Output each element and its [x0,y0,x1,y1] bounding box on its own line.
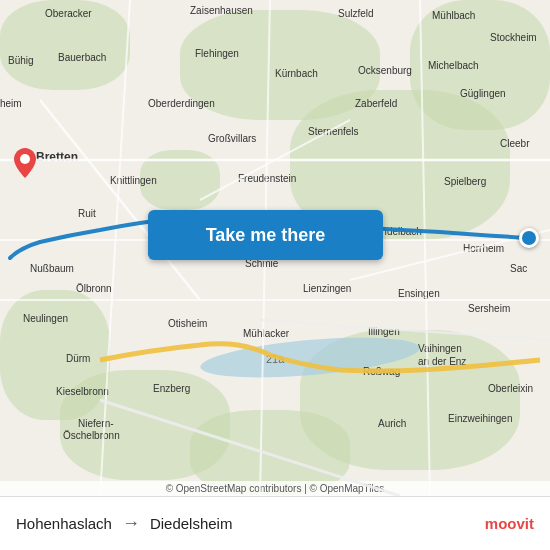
route-from: Hohenhaslach [16,515,112,532]
destination-dot [519,228,539,248]
map-attribution: © OpenStreetMap contributors | © OpenMap… [0,481,550,496]
svg-point-11 [20,154,30,164]
route-arrow: → [122,513,140,534]
take-me-there-button[interactable]: Take me there [148,210,383,260]
green-area [0,0,130,90]
map-container[interactable]: Oberacker Zaisenhausen Sulzfeld Mühlbach… [0,0,550,496]
app-container: Oberacker Zaisenhausen Sulzfeld Mühlbach… [0,0,550,550]
moovit-logo: moovit [485,515,534,532]
moovit-text: moovit [485,515,534,532]
bottom-bar: Hohenhaslach → Diedelsheim moovit [0,496,550,550]
green-area [140,150,220,210]
route-to: Diedelsheim [150,515,233,532]
origin-pin [14,148,36,176]
